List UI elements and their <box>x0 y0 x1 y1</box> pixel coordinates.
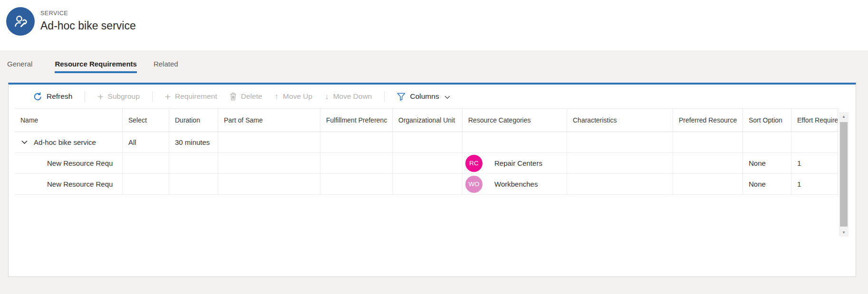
scrollbar-thumb[interactable] <box>840 122 848 227</box>
cell-sort-option[interactable] <box>743 132 791 152</box>
trash-icon <box>230 92 237 101</box>
person-wrench-icon <box>12 13 29 30</box>
move-up-button[interactable]: ↑ Move Up <box>275 92 313 101</box>
grid-toolbar: Refresh + Subgroup + Requirement Delete … <box>9 85 856 108</box>
cell-sort-option[interactable]: None <box>743 174 791 194</box>
column-header-name[interactable]: Name <box>15 109 123 132</box>
column-header-duration[interactable]: Duration <box>169 109 218 132</box>
cell-fulfillment-preference[interactable] <box>320 153 393 173</box>
move-down-button[interactable]: ↓ Move Down <box>325 92 372 101</box>
plus-icon: + <box>97 92 103 102</box>
cell-characteristics[interactable] <box>567 153 673 173</box>
cell-preferred-resource[interactable] <box>673 132 743 152</box>
cell-duration[interactable]: 30 minutes <box>169 132 218 152</box>
cell-select[interactable] <box>123 153 169 173</box>
grid-header-row: Name Select Duration Part of Same Fulfil… <box>15 108 838 132</box>
arrow-down-icon: ↓ <box>325 93 329 101</box>
cell-organizational-unit[interactable] <box>393 153 463 173</box>
cell-resource-categories[interactable]: RC Repair Centers <box>463 153 567 173</box>
service-avatar <box>6 7 35 36</box>
column-header-preferred-resource[interactable]: Preferred Resource <box>673 109 743 132</box>
cell-effort-required[interactable]: 1 <box>791 174 838 194</box>
tab-general[interactable]: General <box>7 51 32 73</box>
cell-select[interactable]: All <box>123 132 169 152</box>
column-header-resource-categories[interactable]: Resource Categories <box>463 109 567 132</box>
cell-characteristics[interactable] <box>567 174 673 194</box>
cell-sort-option[interactable]: None <box>743 153 791 173</box>
cell-duration[interactable] <box>169 153 218 173</box>
column-header-organizational-unit[interactable]: Organizational Unit <box>393 109 463 132</box>
requirements-grid: Name Select Duration Part of Same Fulfil… <box>15 108 838 195</box>
plus-icon: + <box>165 92 171 102</box>
cell-effort-required[interactable] <box>791 132 838 152</box>
add-requirement-button[interactable]: + Requirement <box>165 92 217 102</box>
columns-button[interactable]: Columns <box>397 92 450 101</box>
scroll-up-arrow-icon[interactable]: ▲ <box>839 113 849 120</box>
vertical-scrollbar[interactable]: ▲ ▼ <box>839 112 849 237</box>
cell-select[interactable] <box>123 174 169 194</box>
category-badge: WO <box>465 176 482 193</box>
toolbar-separator <box>85 91 85 102</box>
page-title: Ad-hoc bike service <box>40 19 136 32</box>
record-entity-label: SERVICE <box>40 10 68 17</box>
cell-name[interactable]: Ad-hoc bike service <box>15 132 123 152</box>
refresh-button[interactable]: Refresh <box>33 92 72 101</box>
service-record-page: { "record": { "entity_label": "SERVICE",… <box>0 0 868 294</box>
form-tabbar: General Resource Requirements Related <box>7 51 178 73</box>
tab-related[interactable]: Related <box>154 51 178 73</box>
cell-name[interactable]: New Resource Requ <box>15 174 123 194</box>
record-header: SERVICE Ad-hoc bike service <box>0 0 868 51</box>
chevron-down-icon <box>444 95 450 99</box>
category-label: Workbenches <box>494 180 538 188</box>
cell-organizational-unit[interactable] <box>393 132 463 152</box>
toolbar-separator <box>152 91 153 102</box>
category-label: Repair Centers <box>494 159 542 167</box>
scroll-down-arrow-icon[interactable]: ▼ <box>839 229 849 236</box>
chevron-down-icon[interactable] <box>21 140 28 144</box>
refresh-icon <box>33 92 42 101</box>
table-row-service: Ad-hoc bike service All 30 minutes <box>15 132 838 153</box>
column-header-fulfillment-preference[interactable]: Fulfillment Preferenc <box>320 109 393 132</box>
cell-fulfillment-preference[interactable] <box>320 174 393 194</box>
column-header-sort-option[interactable]: Sort Option <box>743 109 791 132</box>
cell-characteristics[interactable] <box>567 132 673 152</box>
arrow-up-icon: ↑ <box>275 93 279 101</box>
resource-requirements-panel: Refresh + Subgroup + Requirement Delete … <box>8 83 856 277</box>
cell-effort-required[interactable]: 1 <box>791 153 838 173</box>
cell-duration[interactable] <box>169 174 218 194</box>
column-header-select[interactable]: Select <box>123 109 169 132</box>
cell-resource-categories[interactable] <box>463 132 567 152</box>
add-subgroup-button[interactable]: + Subgroup <box>97 92 140 102</box>
toolbar-separator <box>384 91 385 102</box>
cell-preferred-resource[interactable] <box>673 153 743 173</box>
category-badge: RC <box>465 155 482 172</box>
cell-name[interactable]: New Resource Requ <box>15 153 123 173</box>
filter-funnel-icon <box>397 93 405 101</box>
cell-part-of-same[interactable] <box>218 153 320 173</box>
cell-part-of-same[interactable] <box>218 174 320 194</box>
table-row-requirement: New Resource Requ RC Repair Centers None… <box>15 153 838 174</box>
tab-resource-requirements[interactable]: Resource Requirements <box>55 51 137 73</box>
column-header-characteristics[interactable]: Characteristics <box>567 109 673 132</box>
cell-part-of-same[interactable] <box>218 132 320 152</box>
cell-fulfillment-preference[interactable] <box>320 132 393 152</box>
table-row-requirement: New Resource Requ WO Workbenches None 1 <box>15 174 838 195</box>
service-row-name: Ad-hoc bike service <box>34 138 96 146</box>
cell-resource-categories[interactable]: WO Workbenches <box>463 174 567 194</box>
column-header-part-of-same[interactable]: Part of Same <box>218 109 320 132</box>
cell-preferred-resource[interactable] <box>673 174 743 194</box>
column-header-effort-required[interactable]: Effort Require <box>791 109 838 132</box>
cell-organizational-unit[interactable] <box>393 174 463 194</box>
delete-button[interactable]: Delete <box>230 92 262 101</box>
